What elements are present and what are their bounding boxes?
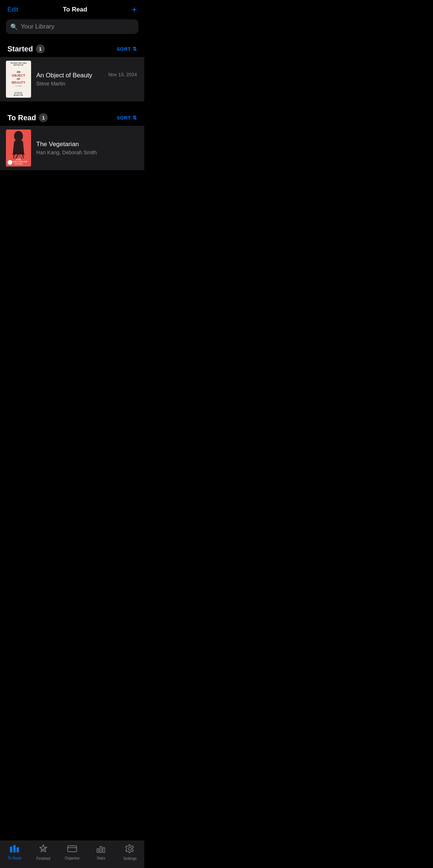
- svg-point-0: [14, 131, 23, 141]
- started-book-author: Steve Martin: [36, 81, 108, 87]
- add-button[interactable]: +: [132, 5, 137, 14]
- started-section-header: Started 1 SORT ⇅: [0, 40, 144, 57]
- nyt-badge: 𝒯: [7, 160, 13, 165]
- to-read-sort-label: SORT: [117, 115, 131, 121]
- section-gap-1: [0, 101, 144, 109]
- to-read-count-badge: 1: [39, 113, 48, 122]
- started-sort-label: SORT: [117, 46, 131, 52]
- started-book-item[interactable]: THE NEW YORK TIMES BESTSELLER AN OBJECT …: [0, 57, 144, 101]
- to-read-book-item[interactable]: 𝒯 THE VEGETARIAN HAN KANG The Vegetarian…: [0, 126, 144, 170]
- to-read-book-author: Han Kang, Deborah Smith: [36, 149, 137, 155]
- page-title: To Read: [63, 6, 87, 13]
- started-book-info: An Object of Beauty Steve Martin: [36, 72, 108, 87]
- edit-button[interactable]: Edit: [7, 6, 18, 13]
- to-read-section-header: To Read 1 SORT ⇅: [0, 109, 144, 126]
- started-section-title: Started: [7, 45, 33, 53]
- started-book-title: An Object of Beauty: [36, 72, 108, 79]
- app-header: Edit To Read +: [0, 0, 144, 18]
- started-book-date: Nov 13, 2024: [108, 72, 137, 77]
- started-count-badge: 1: [36, 44, 45, 53]
- to-read-sort-button[interactable]: SORT ⇅: [117, 115, 137, 121]
- to-read-section-title: To Read: [7, 114, 36, 122]
- search-placeholder: Your Library: [21, 23, 54, 30]
- started-title-group: Started 1: [7, 44, 45, 53]
- search-icon: 🔍: [10, 23, 18, 30]
- book-cover-object-of-beauty: THE NEW YORK TIMES BESTSELLER AN OBJECT …: [6, 61, 31, 98]
- to-read-book-title: The Vegetarian: [36, 141, 137, 148]
- empty-content-area: [0, 170, 144, 318]
- to-read-sort-arrows-icon: ⇅: [132, 115, 137, 121]
- search-bar[interactable]: 🔍 Your Library: [6, 19, 138, 34]
- started-book-info-row: An Object of Beauty Steve Martin Nov 13,…: [36, 72, 137, 87]
- to-read-title-group: To Read 1: [7, 113, 48, 122]
- book-cover-vegetarian: 𝒯 THE VEGETARIAN HAN KANG: [6, 129, 31, 166]
- to-read-book-info: The Vegetarian Han Kang, Deborah Smith: [36, 141, 137, 155]
- started-sort-arrows-icon: ⇅: [132, 46, 137, 52]
- started-sort-button[interactable]: SORT ⇅: [117, 46, 137, 52]
